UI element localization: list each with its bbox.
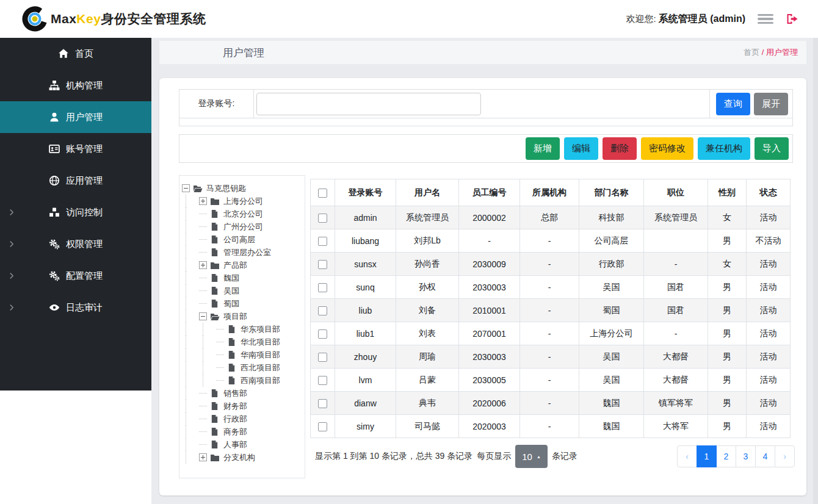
sidebar-item-account[interactable]: 账号管理 bbox=[0, 133, 151, 165]
edit-button[interactable]: 编辑 bbox=[564, 137, 598, 160]
table-row[interactable]: zhouy周瑜2030003-吴国大都督男活动 bbox=[311, 345, 791, 369]
row-checkbox[interactable] bbox=[318, 329, 327, 339]
sidebar-item-audit[interactable]: 日志审计 bbox=[0, 292, 151, 323]
page-button-3[interactable]: 3 bbox=[736, 445, 756, 467]
tree-node[interactable]: 马克思钥匙 bbox=[182, 182, 302, 195]
change-password-button[interactable]: 密码修改 bbox=[641, 137, 693, 160]
row-checkbox[interactable] bbox=[318, 214, 327, 223]
tree-node[interactable]: 广州分公司 bbox=[182, 220, 302, 233]
table-row[interactable]: sunq孙权2030003-吴国国君男活动 bbox=[311, 276, 791, 299]
login-account-input[interactable] bbox=[256, 93, 481, 115]
page-size-select[interactable]: 10 ▲ bbox=[515, 445, 548, 468]
file-icon bbox=[210, 427, 220, 437]
table-row[interactable]: liubang刘邦Lb--公司高层男不活动 bbox=[311, 229, 791, 253]
sidebar-item-config[interactable]: 配置管理 bbox=[0, 260, 151, 292]
table-row[interactable]: admin系统管理员2000002总部科技部系统管理员女活动 bbox=[311, 206, 791, 229]
row-checkbox[interactable] bbox=[318, 260, 327, 269]
tree-node[interactable]: 华南项目部 bbox=[182, 348, 302, 361]
row-checkbox[interactable] bbox=[318, 237, 327, 246]
tree-node[interactable]: 华东项目部 bbox=[182, 323, 302, 336]
row-checkbox[interactable] bbox=[318, 306, 327, 315]
import-button[interactable]: 导入 bbox=[755, 137, 789, 160]
sidebar-item-permission[interactable]: 权限管理 bbox=[0, 228, 151, 260]
tree-node-label: 吴国 bbox=[223, 286, 239, 297]
page-button-1[interactable]: 1 bbox=[697, 445, 717, 467]
sidebar-item-access[interactable]: 访问控制 bbox=[0, 196, 151, 228]
tree-node[interactable]: 项目部 bbox=[182, 310, 302, 323]
tree-node[interactable]: 销售部 bbox=[182, 387, 302, 400]
breadcrumb-home[interactable]: 首页 bbox=[744, 48, 759, 57]
tree-node[interactable]: 行政部 bbox=[182, 412, 302, 425]
tree-node[interactable]: 吴国 bbox=[182, 284, 302, 297]
row-checkbox[interactable] bbox=[318, 353, 327, 362]
tree-indent bbox=[186, 233, 199, 246]
sidebar-item-app[interactable]: 应用管理 bbox=[0, 165, 151, 196]
table-cell: 男 bbox=[708, 299, 747, 322]
sidebar-menu: 首页机构管理用户管理账号管理应用管理访问控制权限管理配置管理日志审计 bbox=[0, 38, 151, 391]
delete-button[interactable]: 删除 bbox=[603, 137, 637, 160]
expand-button[interactable]: 展开 bbox=[754, 93, 788, 115]
tree-node-label: 商务部 bbox=[223, 427, 247, 437]
tree-node[interactable]: 北京分公司 bbox=[182, 207, 302, 220]
brand-title: MaxKey身份安全管理系统 bbox=[51, 10, 206, 27]
tree-node[interactable]: 蜀国 bbox=[182, 297, 302, 310]
table-row[interactable]: liub刘备2010001-蜀国国君男活动 bbox=[311, 299, 791, 322]
expand-plus-icon[interactable] bbox=[199, 197, 207, 205]
row-checkbox[interactable] bbox=[318, 376, 327, 385]
row-checkbox[interactable] bbox=[318, 283, 327, 292]
menu-toggle-icon[interactable] bbox=[758, 14, 773, 24]
tree-node[interactable]: 财务部 bbox=[182, 400, 302, 412]
chevron-right-icon bbox=[7, 208, 16, 217]
row-checkbox[interactable] bbox=[318, 399, 327, 408]
select-all-checkbox[interactable] bbox=[318, 189, 327, 198]
tree-node[interactable]: 华北项目部 bbox=[182, 336, 302, 348]
table-row[interactable]: lvm吕蒙2030005-吴国大都督男活动 bbox=[311, 369, 791, 392]
tree-node[interactable]: 公司高层 bbox=[182, 233, 302, 246]
sidebar-item-org[interactable]: 机构管理 bbox=[0, 70, 151, 101]
table-row[interactable]: dianw典韦2020006-魏国镇军将军男活动 bbox=[311, 392, 791, 415]
row-checkbox-cell bbox=[311, 369, 335, 392]
tree-node[interactable]: 西南项目部 bbox=[182, 374, 302, 387]
collapse-minus-icon[interactable] bbox=[182, 184, 190, 192]
logout-icon[interactable] bbox=[786, 13, 798, 25]
scrollbar-track[interactable] bbox=[813, 38, 818, 504]
table-row[interactable]: liub1刘表2070001-上海分公司-男活动 bbox=[311, 322, 791, 345]
search-row: 登录账号: 查询 展开 bbox=[179, 90, 792, 118]
tree-indent bbox=[186, 348, 199, 361]
query-button[interactable]: 查询 bbox=[716, 93, 750, 115]
add-button[interactable]: 新增 bbox=[526, 137, 560, 160]
table-cell: 2030009 bbox=[459, 253, 520, 276]
table-row[interactable]: simy司马懿2020003-魏国大将军男活动 bbox=[311, 415, 791, 438]
tree-connector bbox=[199, 393, 207, 394]
tree-node[interactable]: 管理层办公室 bbox=[182, 246, 302, 259]
sidebar-item-home[interactable]: 首页 bbox=[0, 38, 151, 70]
sidebar-item-user[interactable]: 用户管理 bbox=[0, 101, 151, 133]
collapse-minus-icon[interactable] bbox=[199, 312, 207, 320]
user-icon bbox=[49, 112, 60, 123]
tree-node-label: 公司高层 bbox=[223, 234, 255, 245]
table-cell: liub bbox=[335, 299, 396, 322]
tree-node[interactable]: 商务部 bbox=[182, 425, 302, 438]
page-prev-button[interactable]: ‹ bbox=[677, 445, 697, 467]
tree-node[interactable]: 上海分公司 bbox=[182, 195, 302, 207]
row-checkbox[interactable] bbox=[318, 422, 327, 431]
column-header: 性别 bbox=[708, 179, 747, 206]
page-button-4[interactable]: 4 bbox=[755, 445, 775, 467]
tree-indent bbox=[186, 272, 199, 284]
tree-node[interactable]: 西北项目部 bbox=[182, 361, 302, 374]
welcome-text: 欢迎您: 系统管理员 (admin) bbox=[626, 13, 745, 26]
page-button-2[interactable]: 2 bbox=[716, 445, 736, 467]
tree-node[interactable]: 分支机构 bbox=[182, 451, 302, 464]
tree-node[interactable]: 魏国 bbox=[182, 272, 302, 284]
table-cell: - bbox=[520, 253, 579, 276]
tree-node[interactable]: 人事部 bbox=[182, 438, 302, 451]
sidebar-item-label: 访问控制 bbox=[66, 207, 103, 218]
table-cell: sunq bbox=[335, 276, 396, 299]
page-next-button[interactable]: › bbox=[775, 445, 795, 467]
concurrent-org-button[interactable]: 兼任机构 bbox=[698, 137, 750, 160]
expand-plus-icon[interactable] bbox=[199, 453, 207, 461]
table-row[interactable]: sunsx孙尚香2030009-行政部-女活动 bbox=[311, 253, 791, 276]
table-cell: 刘邦Lb bbox=[396, 229, 459, 253]
expand-plus-icon[interactable] bbox=[199, 261, 207, 269]
tree-node[interactable]: 产品部 bbox=[182, 259, 302, 272]
